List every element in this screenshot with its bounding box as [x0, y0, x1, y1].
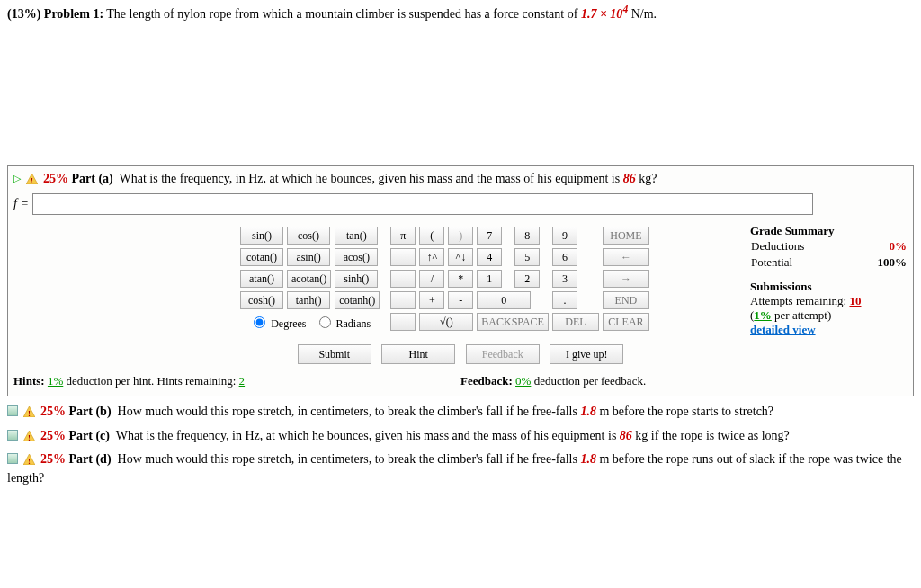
- part-a-mass: 86: [623, 172, 636, 185]
- grade-header: Grade Summary: [750, 224, 908, 238]
- answer-lhs: f =: [13, 197, 29, 211]
- part-a-label: Part (a): [72, 172, 113, 185]
- key-left[interactable]: ←: [603, 248, 649, 266]
- key-blank4[interactable]: [390, 313, 416, 331]
- problem-text-before: The length of nylon rope from which a mo…: [106, 7, 577, 21]
- feedback-info: Feedback: 0% deduction per feedback.: [460, 374, 908, 388]
- key-pi[interactable]: π: [390, 227, 416, 245]
- fn-acos[interactable]: acos(): [335, 248, 378, 266]
- key-plus[interactable]: +: [419, 291, 444, 309]
- key-9[interactable]: 9: [552, 227, 577, 245]
- warning-icon: !: [23, 405, 35, 423]
- fn-tan[interactable]: tan(): [335, 227, 378, 245]
- key-up[interactable]: ↑^: [419, 248, 444, 266]
- fn-cotan[interactable]: cotan(): [240, 248, 283, 266]
- collapse-icon[interactable]: [7, 405, 18, 416]
- hint-button[interactable]: Hint: [381, 344, 455, 364]
- part-b: ! 25% Part (b) How much would this rope …: [7, 404, 914, 423]
- deductions-label: Deductions: [750, 238, 851, 254]
- fn-sinh[interactable]: sinh(): [335, 270, 378, 288]
- problem-label: Problem 1:: [44, 7, 103, 21]
- calculator: sin() cos() tan() cotan() asin() acos() …: [150, 224, 739, 334]
- svg-text:!: !: [31, 176, 33, 184]
- giveup-button[interactable]: I give up!: [550, 344, 623, 364]
- answer-input[interactable]: [32, 193, 813, 215]
- key-mul[interactable]: *: [448, 270, 473, 288]
- key-down[interactable]: ^↓: [448, 248, 473, 266]
- problem-header: (13%) Problem 1: The length of nylon rop…: [7, 4, 914, 22]
- potential-value: 100%: [851, 254, 908, 271]
- key-1[interactable]: 1: [477, 270, 502, 288]
- feedback-button[interactable]: Feedback: [466, 344, 540, 364]
- key-dot[interactable]: .: [552, 291, 577, 309]
- submit-button[interactable]: Submit: [298, 344, 371, 364]
- per-attempt-line: (1% per attempt): [750, 308, 908, 323]
- potential-label: Potential: [750, 254, 851, 271]
- detailed-view-link[interactable]: detailed view: [750, 323, 816, 336]
- key-0[interactable]: 0: [477, 291, 531, 309]
- key-6[interactable]: 6: [552, 248, 577, 266]
- key-home[interactable]: HOME: [603, 227, 649, 245]
- key-end[interactable]: END: [603, 291, 649, 309]
- warning-icon: !: [26, 174, 38, 188]
- key-del[interactable]: DEL: [552, 313, 599, 331]
- collapse-icon[interactable]: [7, 453, 18, 464]
- part-a-question-before: What is the frequency, in Hz, at which h…: [120, 172, 621, 185]
- svg-text:!: !: [28, 433, 31, 441]
- radians-radio[interactable]: Radians: [315, 317, 371, 330]
- fn-acotan[interactable]: acotan(): [287, 270, 331, 288]
- deductions-value: 0%: [851, 238, 908, 254]
- key-rparen[interactable]: ): [448, 227, 473, 245]
- svg-text:!: !: [28, 457, 31, 465]
- problem-weight: (13%): [7, 7, 40, 21]
- key-clear[interactable]: CLEAR: [603, 313, 649, 331]
- key-backspace[interactable]: BACKSPACE: [477, 313, 549, 331]
- collapse-icon[interactable]: [7, 430, 18, 441]
- expand-icon[interactable]: ▷: [13, 173, 21, 183]
- degrees-radio[interactable]: Degrees: [249, 317, 306, 330]
- part-a-question-after: kg?: [639, 172, 657, 185]
- key-right[interactable]: →: [603, 270, 649, 288]
- part-a-panel: ▷ ! 25% Part (a) What is the frequency, …: [7, 165, 914, 396]
- hints-info: Hints: 1% deduction per hint. Hints rema…: [13, 374, 460, 388]
- fn-cos[interactable]: cos(): [287, 227, 330, 245]
- svg-text:!: !: [28, 409, 31, 417]
- key-2[interactable]: 2: [514, 270, 540, 288]
- attempts-remaining: 10: [849, 294, 861, 307]
- key-div[interactable]: /: [419, 270, 444, 288]
- fn-asin[interactable]: asin(): [287, 248, 330, 266]
- fn-atan[interactable]: atan(): [240, 270, 283, 288]
- key-8[interactable]: 8: [514, 227, 540, 245]
- key-lparen[interactable]: (: [419, 227, 444, 245]
- key-blank2[interactable]: [390, 270, 416, 288]
- submissions-header: Submissions: [750, 280, 908, 294]
- fn-cotanh[interactable]: cotanh(): [335, 291, 380, 309]
- fn-cosh[interactable]: cosh(): [240, 291, 283, 309]
- force-constant: 1.7 × 104: [581, 7, 628, 21]
- part-a-header: ▷ ! 25% Part (a) What is the frequency, …: [13, 172, 908, 188]
- key-4[interactable]: 4: [477, 248, 502, 266]
- part-a-pct: 25%: [43, 172, 68, 185]
- warning-icon: !: [23, 453, 35, 470]
- key-7[interactable]: 7: [477, 227, 502, 245]
- key-5[interactable]: 5: [514, 248, 540, 266]
- attempts-line: Attempts remaining: 10: [750, 294, 908, 308]
- part-d: ! 25% Part (d) How much would this rope …: [7, 451, 914, 487]
- problem-text-after: N/m.: [631, 7, 657, 21]
- fn-tanh[interactable]: tanh(): [287, 291, 330, 309]
- grade-summary: Grade Summary Deductions0% Potential100%…: [750, 224, 908, 337]
- part-c: ! 25% Part (c) What is the frequency, in…: [7, 428, 914, 447]
- key-sqrt[interactable]: √(): [419, 313, 473, 331]
- key-blank1[interactable]: [390, 248, 416, 266]
- fn-sin[interactable]: sin(): [240, 227, 283, 245]
- key-blank3[interactable]: [390, 291, 416, 309]
- key-3[interactable]: 3: [552, 270, 577, 288]
- key-minus[interactable]: -: [448, 291, 473, 309]
- warning-icon: !: [23, 430, 35, 447]
